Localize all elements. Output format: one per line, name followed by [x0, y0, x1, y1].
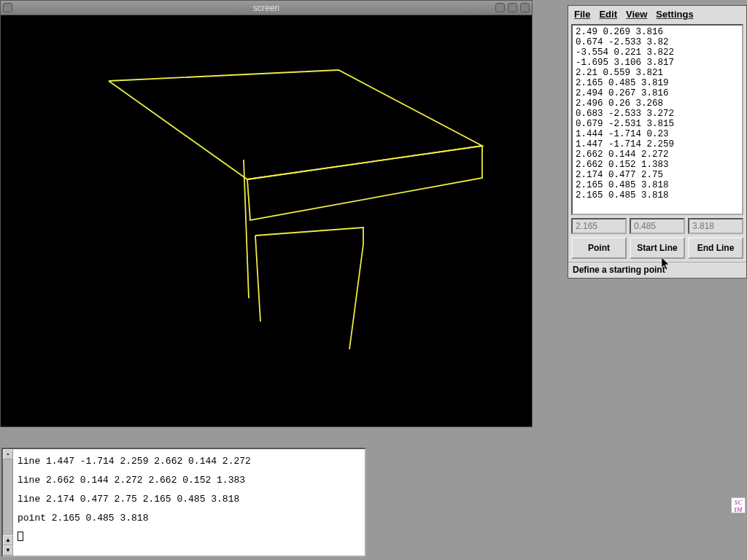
console-text[interactable]: line 1.447 -1.714 2.259 2.662 0.144 2.27… [13, 449, 365, 556]
coord-x-input[interactable] [571, 218, 627, 234]
wireframe-svg [1, 15, 532, 427]
window-menu-button[interactable] [3, 3, 12, 12]
scrollbar-track[interactable] [3, 459, 12, 535]
coord-input-row [568, 215, 746, 237]
menu-file[interactable]: File [574, 9, 590, 20]
scroll-up-button[interactable]: ▲ [3, 535, 13, 545]
svg-line-1 [255, 236, 260, 322]
screen-window: screen [0, 0, 533, 427]
coord-z-input[interactable] [688, 218, 743, 234]
maximize-button[interactable] [508, 3, 517, 12]
screen-title: screen [253, 3, 279, 13]
screen-titlebar[interactable]: screen [1, 1, 532, 15]
close-button[interactable] [520, 3, 530, 12]
point-button[interactable]: Point [571, 237, 627, 259]
screen-canvas[interactable] [1, 15, 532, 427]
scroll-down-button[interactable]: ▼ [3, 545, 13, 556]
scroll-home-button[interactable]: • [3, 449, 13, 459]
status-line: Define a starting point [568, 262, 746, 278]
console-scrollbar[interactable]: • ▲ ▼ [3, 449, 13, 556]
svg-line-2 [349, 244, 363, 349]
scim-indicator[interactable]: SC IM [731, 497, 746, 513]
button-row: Point Start Line End Line [568, 237, 746, 262]
coord-list[interactable]: 2.49 0.269 3.816 0.674 -2.533 3.82 -3.55… [571, 24, 743, 215]
console-window: • ▲ ▼ line 1.447 -1.714 2.259 2.662 0.14… [1, 448, 366, 557]
tool-window: File Edit View Settings 2.49 0.269 3.816… [568, 5, 747, 279]
menu-view[interactable]: View [626, 9, 647, 20]
menubar: File Edit View Settings [568, 6, 746, 23]
menu-settings[interactable]: Settings [656, 9, 693, 20]
end-line-button[interactable]: End Line [688, 237, 743, 259]
start-line-button[interactable]: Start Line [630, 237, 685, 259]
menu-edit[interactable]: Edit [599, 9, 617, 20]
console-cursor [18, 532, 23, 541]
minimize-button[interactable] [495, 3, 505, 12]
coord-y-input[interactable] [630, 218, 685, 234]
